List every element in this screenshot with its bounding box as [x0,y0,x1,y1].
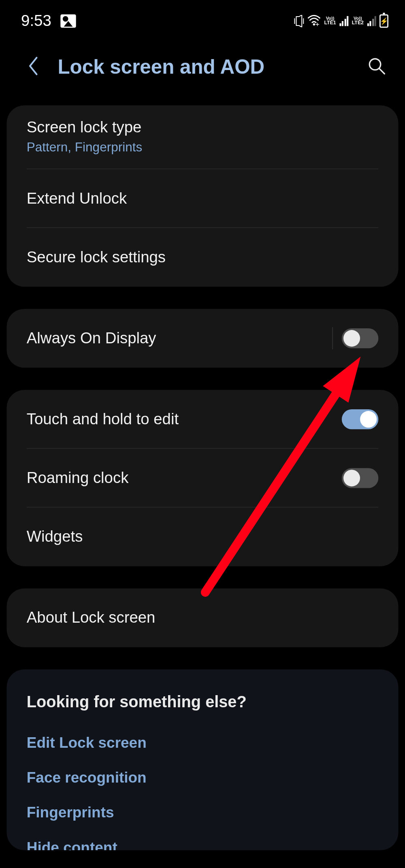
page-header: Lock screen and AOD [0,36,405,105]
roaming-clock-toggle[interactable] [342,468,378,488]
sim2-signal-icon [367,16,376,26]
setting-secure-lock-settings[interactable]: Secure lock settings [6,228,398,287]
setting-value: Pattern, Fingerprints [27,140,142,155]
setting-touch-hold-edit[interactable]: Touch and hold to edit [6,390,398,449]
setting-about-lock-screen[interactable]: About Lock screen [6,588,398,647]
status-bar: 9:53 Vo)) LTE1 Vo)) LTE2 [0,0,405,36]
chevron-left-icon [28,57,38,78]
sim1-lte-label: Vo)) LTE1 [324,17,336,25]
suggestion-edit-lock-screen[interactable]: Edit Lock screen [6,725,398,760]
about-card: About Lock screen [6,588,398,647]
setting-widgets[interactable]: Widgets [6,507,398,566]
lock-settings-card: Screen lock type Pattern, Fingerprints E… [6,105,398,287]
setting-always-on-display[interactable]: Always On Display [6,309,398,368]
setting-extend-unlock[interactable]: Extend Unlock [6,169,398,228]
touch-hold-edit-toggle[interactable] [342,409,378,429]
suggestions-card: Looking for something else? Edit Lock sc… [6,669,398,850]
svg-point-0 [313,23,315,25]
toggle-divider [333,327,333,349]
setting-label: Widgets [27,528,83,546]
setting-label: Screen lock type [27,119,142,136]
setting-label: Extend Unlock [27,190,127,208]
sim1-signal-icon [339,16,349,26]
setting-label: Touch and hold to edit [27,411,179,428]
search-icon [367,57,386,78]
vibrate-mute-icon [294,15,304,27]
screenshot-notification-icon [60,14,76,28]
status-bar-left: 9:53 [21,12,76,30]
svg-point-1 [369,59,380,70]
suggestion-hide-content[interactable]: Hide content [6,830,398,850]
back-button[interactable] [24,55,42,79]
display-prefs-card: Touch and hold to edit Roaming clock Wid… [6,390,398,566]
setting-label: Always On Display [27,330,156,347]
setting-label: Roaming clock [27,469,129,487]
setting-label: About Lock screen [27,609,156,627]
status-time: 9:53 [21,12,51,30]
setting-roaming-clock[interactable]: Roaming clock [6,449,398,507]
wifi-icon [307,15,321,27]
setting-screen-lock-type[interactable]: Screen lock type Pattern, Fingerprints [6,105,398,169]
suggestion-fingerprints[interactable]: Fingerprints [6,795,398,830]
svg-line-2 [379,69,384,74]
status-bar-right: Vo)) LTE1 Vo)) LTE2 ⚡ [294,14,388,28]
aod-card: Always On Display [6,309,398,368]
page-title: Lock screen and AOD [58,55,365,79]
setting-label: Secure lock settings [27,249,166,266]
always-on-display-toggle[interactable] [342,328,378,348]
suggestions-title: Looking for something else? [6,669,398,725]
suggestion-face-recognition[interactable]: Face recognition [6,760,398,795]
search-button[interactable] [365,55,388,79]
sim2-lte-label: Vo)) LTE2 [352,17,364,25]
battery-charging-icon: ⚡ [379,14,388,28]
